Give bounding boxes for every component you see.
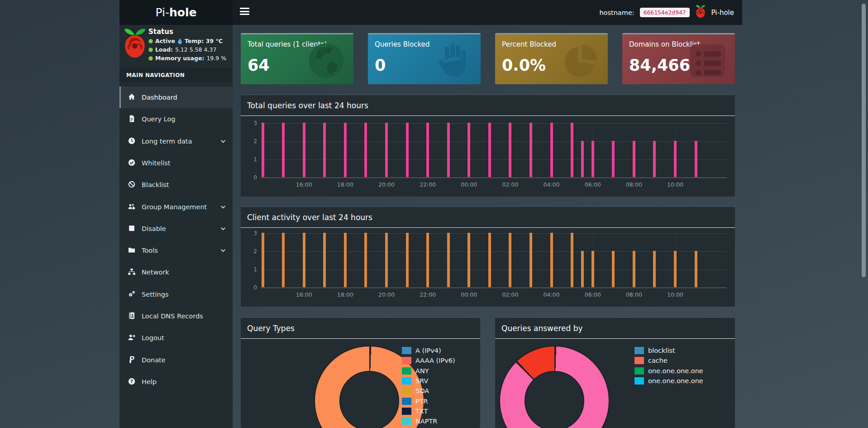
- sidebar-item-logout[interactable]: Logout: [119, 327, 233, 349]
- legend-label: A (IPv4): [415, 347, 441, 354]
- sidebar-item-label: Group Management: [142, 203, 207, 211]
- x-axis-label: 08:00: [626, 291, 642, 298]
- card-title: Queries Blocked: [375, 40, 429, 48]
- y-axis-label: 3: [245, 120, 257, 126]
- sidebar-item-long-term-data[interactable]: Long term data: [119, 130, 233, 152]
- chart-bar: [447, 233, 450, 287]
- sidebar-item-whitelist[interactable]: Whitelist: [119, 152, 233, 174]
- check-circle-icon: [128, 159, 137, 168]
- total-queries-chart[interactable]: 012316:0018:0020:0022:0000:0002:0004:000…: [261, 123, 727, 178]
- legend-item-blocklist[interactable]: blocklist: [634, 347, 675, 354]
- x-axis-label: 20:00: [378, 181, 395, 188]
- legend-label: blocklist: [648, 347, 675, 354]
- stat-card-domains-on-blocklist: Domains on Blocklist84,466: [622, 33, 735, 84]
- gridline: [261, 159, 727, 160]
- legend-item-srv[interactable]: SRV: [402, 377, 428, 385]
- y-axis-label: 1: [245, 156, 257, 163]
- x-axis-label: 06:00: [585, 291, 601, 298]
- x-axis-label: 06:00: [585, 181, 601, 188]
- status-dot-icon: [148, 39, 153, 43]
- card-value: 84,466: [629, 56, 690, 74]
- legend-item-soa[interactable]: SOA: [402, 387, 429, 394]
- chart-bar: [282, 233, 285, 287]
- stat-card-percent-blocked: Percent Blocked0.0%: [495, 33, 608, 84]
- card-value: 64: [248, 56, 270, 74]
- x-axis-label: 04:00: [544, 181, 560, 188]
- chart-bar: [674, 251, 677, 287]
- sidebar-item-label: Network: [142, 269, 169, 276]
- legend-item-one-one-one-one[interactable]: one.one.one.one: [634, 367, 703, 375]
- status-line: Load:5.12 5.58 4.37: [148, 46, 226, 53]
- chevron-down-icon: [220, 138, 226, 144]
- legend-item-ptr[interactable]: PTR: [402, 398, 428, 405]
- chart-bar: [509, 123, 511, 177]
- sidebar-item-label: Blacklist: [142, 181, 169, 188]
- sidebar-item-label: Settings: [142, 291, 168, 298]
- chart-bar: [262, 123, 264, 177]
- page-scrollbar[interactable]: [862, 4, 866, 277]
- chart-bar: [467, 233, 470, 287]
- sidebar-item-help[interactable]: ?Help: [119, 371, 233, 393]
- sidebar-item-disable[interactable]: Disable: [119, 218, 233, 240]
- sidebar-item-blacklist[interactable]: Blacklist: [119, 174, 233, 196]
- queries-answered-donut[interactable]: [499, 346, 610, 428]
- sidebar-item-local-dns-records[interactable]: Local DNS Records: [119, 305, 233, 327]
- sidebar-item-label: Donate: [142, 356, 166, 364]
- sidebar-item-query-log[interactable]: Query Log: [119, 108, 233, 130]
- chart-bar: [653, 251, 656, 287]
- hostname-label: hostname:: [599, 9, 634, 16]
- legend-item-one-one-one-one[interactable]: one.one.one.one: [634, 377, 703, 385]
- legend-swatch: [402, 387, 411, 394]
- home-icon: [128, 93, 137, 102]
- sidebar-item-donate[interactable]: Donate: [119, 349, 233, 371]
- app-logo[interactable]: Pi-hole: [119, 0, 233, 25]
- chart-bar: [695, 251, 697, 287]
- legend-swatch: [402, 418, 411, 425]
- queries-answered-panel: Queries answered by blocklistcacheone.on…: [495, 317, 735, 428]
- legend-item-a-ipv4[interactable]: A (IPv4): [402, 347, 441, 354]
- sidebar-item-label: Long term data: [142, 138, 192, 145]
- sidebar-item-group-management[interactable]: Group Management: [119, 196, 233, 218]
- sidebar: Status ActiveTemp: 39 °CLoad:5.12 5.58 4…: [119, 25, 233, 428]
- legend-swatch: [634, 367, 644, 375]
- sidebar-item-label: Tools: [142, 247, 158, 254]
- raspberry-icon: [695, 5, 706, 20]
- logo-text: Pi-hole: [156, 6, 197, 19]
- x-axis-label: 22:00: [420, 181, 436, 188]
- legend-label: one.one.one.one: [648, 377, 703, 385]
- chart-bar: [488, 123, 491, 177]
- y-axis-label: 2: [245, 138, 257, 144]
- legend-item-txt[interactable]: TXT: [402, 408, 428, 415]
- folder-icon: [128, 246, 137, 255]
- sidebar-item-settings[interactable]: Settings: [119, 284, 233, 305]
- legend-swatch: [402, 408, 411, 415]
- chart-bar: [282, 123, 285, 177]
- hand-icon: [433, 41, 474, 81]
- status-line: Memory usage:19.9 %: [148, 55, 226, 62]
- sidebar-item-network[interactable]: Network: [119, 261, 233, 283]
- sidebar-item-label: Help: [142, 378, 157, 385]
- client-activity-chart[interactable]: 012316:0018:0020:0022:0000:0002:0004:000…: [261, 233, 727, 288]
- legend-item-aaaa-ipv6[interactable]: AAAA (IPv6): [402, 357, 455, 364]
- legend-swatch: [634, 377, 644, 385]
- legend-label: one.one.one.one: [648, 367, 703, 375]
- gridline: [261, 269, 727, 270]
- sidebar-item-dashboard[interactable]: Dashboard: [119, 87, 233, 108]
- chart-bar: [591, 141, 594, 177]
- chart-bar: [695, 141, 697, 177]
- card-value: 0: [375, 56, 386, 74]
- chart-bar: [426, 123, 429, 177]
- gridline: [261, 141, 727, 142]
- sidebar-toggle-icon[interactable]: [240, 8, 250, 17]
- legend-item-any[interactable]: ANY: [402, 367, 429, 375]
- chart-bar: [303, 123, 305, 177]
- legend-item-cache[interactable]: cache: [634, 357, 668, 364]
- legend-label: NAPTR: [415, 418, 437, 425]
- chart-bar: [385, 123, 388, 177]
- brand-name: Pi-hole: [711, 9, 734, 17]
- x-axis-label: 08:00: [626, 181, 642, 188]
- sidebar-item-tools[interactable]: Tools: [119, 240, 233, 261]
- donut-hole: [339, 371, 399, 428]
- address-book-icon: [128, 312, 137, 321]
- legend-item-naptr[interactable]: NAPTR: [402, 418, 437, 425]
